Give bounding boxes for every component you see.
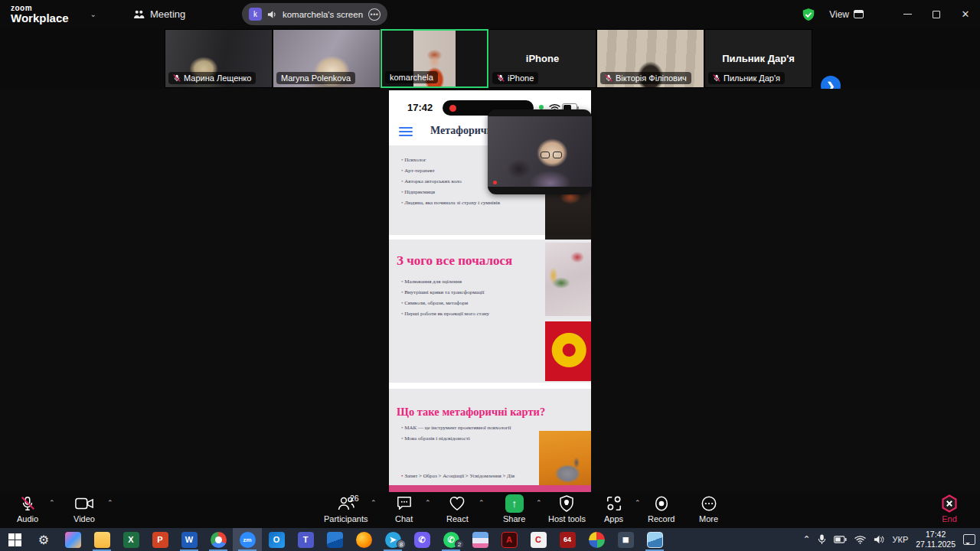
participant-tile[interactable]: Maryna Polenkova: [273, 29, 381, 88]
screen-share-pill[interactable]: k komarchela's screen •••: [242, 3, 387, 25]
tray-wifi-icon[interactable]: [854, 535, 866, 544]
video-chevron[interactable]: ⌃: [107, 499, 113, 507]
end-button[interactable]: End: [940, 494, 959, 523]
bullet: МАК — це інструмент проективної психолог…: [401, 425, 511, 431]
more-options-icon[interactable]: •••: [368, 8, 381, 21]
participant-tile[interactable]: Пильник Дар'я Пильник Дар'я: [704, 29, 812, 88]
apps-button[interactable]: Apps: [604, 494, 623, 523]
participant-name: Вікторія Філіпович: [616, 73, 687, 83]
taskbar-zoom[interactable]: zm: [233, 528, 262, 551]
outlook-icon: O: [269, 532, 285, 548]
video-button[interactable]: Video: [74, 494, 95, 523]
taskbar-explorer[interactable]: [87, 528, 116, 551]
participants-chevron[interactable]: ⌃: [371, 499, 377, 507]
taskbar-acrobat[interactable]: A: [495, 528, 524, 551]
slide-bullets: Малювання для зцілення Внутрішні крики т…: [401, 279, 489, 322]
taskbar-telegram[interactable]: ➤8: [378, 528, 407, 551]
taskbar-calculator[interactable]: ▦: [611, 528, 640, 551]
participant-tile[interactable]: Вікторія Філіпович: [596, 29, 704, 88]
apps-chevron[interactable]: ⌃: [635, 499, 641, 507]
taskbar-word[interactable]: W: [175, 528, 204, 551]
titlebar: zoom Workplace ⌄ Meeting k komarchela's …: [0, 0, 980, 28]
participants-label: Participants: [324, 514, 368, 523]
taskbar-powerpoint[interactable]: P: [145, 528, 175, 551]
audio-label: Audio: [17, 514, 38, 523]
bullet: Психолог: [401, 158, 500, 163]
more-button[interactable]: More: [699, 494, 718, 523]
tray-mic-icon[interactable]: [818, 534, 826, 545]
react-label: React: [446, 514, 469, 523]
meeting-toolbar: Audio ⌃ Video ⌃ Participants 26 ⌃ Chat ⌃…: [0, 492, 980, 528]
taskbar-64-app[interactable]: 64: [553, 528, 582, 551]
participant-name: Марина Лещенко: [184, 73, 251, 83]
participant-name: Пильник Дар'я: [724, 73, 780, 83]
tray-clock[interactable]: 17:42 27.11.2025: [916, 530, 956, 549]
audio-button[interactable]: Audio: [17, 494, 38, 523]
windows-logo-icon: [8, 533, 21, 546]
slide-bullets: МАК — це інструмент проективної психолог…: [401, 425, 511, 447]
taskbar-chrome[interactable]: [204, 528, 233, 551]
react-chevron[interactable]: ⌃: [479, 499, 485, 507]
participant-center-name: Пильник Дар'я: [705, 53, 812, 64]
audio-chevron[interactable]: ⌃: [49, 499, 55, 507]
participant-tile[interactable]: iPhone iPhone: [488, 29, 596, 88]
taskbar-backup-app[interactable]: [466, 528, 495, 551]
taskbar-photos[interactable]: [320, 528, 349, 551]
host-tools-button[interactable]: Host tools: [548, 494, 586, 523]
react-button[interactable]: React: [446, 494, 469, 523]
muted-mic-icon: [173, 74, 181, 82]
share-chevron[interactable]: ⌃: [536, 499, 542, 507]
shared-screen-stage: 17:42 Метафоричні к Психолог Арт-терапев…: [0, 89, 980, 492]
chat-bubble-icon: [396, 496, 413, 511]
security-shield-icon[interactable]: [802, 8, 815, 21]
maximize-button[interactable]: [922, 0, 951, 28]
bullet: Перші роботи як проекції мого стану: [401, 311, 489, 317]
tray-battery-icon[interactable]: [834, 536, 847, 543]
taskbar-outlook[interactable]: O: [262, 528, 291, 551]
taskbar-viber[interactable]: ✆: [407, 528, 436, 551]
taskbar-paint[interactable]: [582, 528, 611, 551]
tray-speaker-icon[interactable]: [874, 535, 884, 544]
start-button[interactable]: [0, 528, 29, 551]
minimize-button[interactable]: [893, 0, 922, 28]
record-icon: [653, 495, 670, 512]
chevron-down-icon[interactable]: ⌄: [90, 10, 96, 18]
apps-icon: [606, 495, 622, 512]
record-button[interactable]: Record: [648, 494, 675, 523]
close-button[interactable]: ✕: [951, 0, 980, 28]
share-button[interactable]: ↑ Share: [503, 494, 525, 523]
process-flow-text: Запит > Образ > Асоціації > Усвідомлення…: [401, 473, 514, 479]
floppy-disk-icon: [472, 532, 488, 548]
muted-mic-icon: [497, 74, 505, 82]
taskbar-copilot[interactable]: [58, 528, 87, 551]
participants-button[interactable]: Participants: [324, 494, 368, 523]
taskbar-corel[interactable]: C: [524, 528, 553, 551]
gear-icon: ⚙: [38, 533, 49, 547]
participant-tile-active-speaker[interactable]: komarchela: [381, 29, 488, 88]
speaker-icon: [267, 10, 277, 19]
excel-icon: X: [123, 532, 139, 548]
floating-self-video[interactable]: [488, 109, 592, 194]
bullet: Підприємиця: [401, 190, 500, 195]
tab-meeting[interactable]: Meeting: [133, 8, 185, 20]
chat-chevron[interactable]: ⌃: [425, 499, 431, 507]
taskbar-excel[interactable]: X: [116, 528, 145, 551]
chat-button[interactable]: Chat: [395, 494, 413, 523]
tray-date: 27.11.2025: [916, 540, 956, 549]
view-button[interactable]: View: [829, 9, 864, 20]
notification-center-icon[interactable]: [963, 534, 975, 545]
participant-tile[interactable]: Марина Лещенко: [165, 29, 273, 88]
taskbar-whatsapp[interactable]: ✆2: [436, 528, 466, 551]
taskbar-teams[interactable]: T: [291, 528, 320, 551]
slide-photo-painting: [545, 243, 591, 316]
copilot-icon: [65, 532, 81, 548]
name-tag: Пильник Дар'я: [708, 72, 785, 84]
tray-expand-chevron-icon[interactable]: ⌃: [802, 534, 810, 545]
taskbar-image-viewer[interactable]: [640, 528, 669, 551]
language-indicator[interactable]: УКР: [892, 535, 908, 544]
taskbar-firefox[interactable]: [349, 528, 378, 551]
zoom-icon: zm: [240, 532, 256, 548]
slide-photo-artwork: [545, 321, 591, 381]
outline-list-icon[interactable]: [399, 127, 413, 137]
taskbar-settings[interactable]: ⚙: [29, 528, 58, 551]
